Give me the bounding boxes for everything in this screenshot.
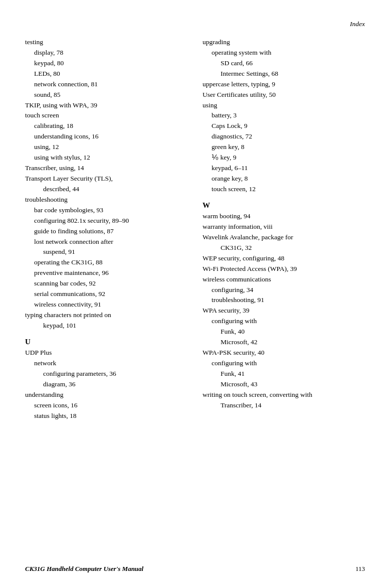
index-entry: diagram, 36 bbox=[25, 379, 187, 390]
left-column: testingdisplay, 78keypad, 80LEDs, 80netw… bbox=[25, 37, 187, 421]
index-entry: configuring 802.1x security, 89–90 bbox=[25, 216, 187, 226]
header-title: Index bbox=[350, 20, 365, 28]
index-entry: Transcriber, 14 bbox=[203, 400, 365, 411]
index-entry: using bbox=[203, 100, 365, 111]
index-entry: W bbox=[203, 200, 365, 211]
index-entry: touch screen, 12 bbox=[203, 184, 365, 195]
index-entry: status lights, 18 bbox=[25, 411, 187, 421]
index-entry: suspend, 91 bbox=[25, 247, 187, 257]
index-entry: using, 12 bbox=[25, 142, 187, 153]
index-entry: uppercase letters, typing, 9 bbox=[203, 79, 365, 90]
index-entry: CK31G, 32 bbox=[203, 243, 365, 253]
index-entry: Wavelink Avalanche, package for bbox=[203, 232, 365, 243]
page-header: Index bbox=[25, 20, 365, 28]
index-entry: troubleshooting bbox=[25, 195, 187, 205]
index-entry: guide to finding solutions, 87 bbox=[25, 226, 187, 237]
index-entry: calibrating, 18 bbox=[25, 121, 187, 131]
index-entry: WPA security, 39 bbox=[203, 306, 365, 316]
index-entry: configuring, 34 bbox=[203, 285, 365, 296]
index-entry: Funk, 41 bbox=[203, 369, 365, 379]
index-entry: described, 44 bbox=[25, 184, 187, 195]
index-entry: screen icons, 16 bbox=[25, 400, 187, 411]
page-footer: CK31G Handheld Computer User's Manual 11… bbox=[25, 565, 365, 573]
index-entry: SD card, 66 bbox=[203, 58, 365, 69]
index-entry: Transport Layer Security (TLS), bbox=[25, 174, 187, 184]
index-entry: serial communications, 92 bbox=[25, 289, 187, 300]
index-entry: WEP security, configuring, 48 bbox=[203, 253, 365, 264]
right-column: upgradingoperating system withSD card, 6… bbox=[203, 37, 365, 421]
index-entry: configuring parameters, 36 bbox=[25, 369, 187, 379]
index-entry: U bbox=[25, 336, 187, 348]
index-entry: ⅟₀ key, 9 bbox=[203, 153, 365, 163]
footer-manual-title: CK31G Handheld Computer User's Manual bbox=[25, 565, 143, 573]
index-entry: network connection, 81 bbox=[25, 79, 187, 90]
index-entry: wireless communications bbox=[203, 274, 365, 285]
index-entry: testing bbox=[25, 37, 187, 48]
index-entry: Microsoft, 42 bbox=[203, 337, 365, 348]
index-entry: Transcriber, using, 14 bbox=[25, 163, 187, 174]
index-entry: Wi-Fi Protected Access (WPA), 39 bbox=[203, 264, 365, 274]
index-entry: green key, 8 bbox=[203, 142, 365, 153]
index-entry: UDP Plus bbox=[25, 348, 187, 358]
index-entry: network bbox=[25, 358, 187, 369]
index-entry: understanding icons, 16 bbox=[25, 131, 187, 142]
index-entry: warranty information, viii bbox=[203, 222, 365, 232]
index-entry: Funk, 40 bbox=[203, 327, 365, 337]
index-entry: battery, 3 bbox=[203, 110, 365, 121]
index-entry: Intermec Settings, 68 bbox=[203, 69, 365, 79]
index-entry: sound, 85 bbox=[25, 90, 187, 100]
index-entry: using with stylus, 12 bbox=[25, 153, 187, 163]
footer-page-number: 113 bbox=[355, 565, 365, 573]
index-entry: typing characters not printed on bbox=[25, 310, 187, 321]
index-entry: Microsoft, 43 bbox=[203, 379, 365, 390]
index-entry: understanding bbox=[25, 390, 187, 400]
index-entry: orange key, 8 bbox=[203, 174, 365, 184]
index-entry: Caps Lock, 9 bbox=[203, 121, 365, 131]
index-entry: TKIP, using with WPA, 39 bbox=[25, 100, 187, 111]
page: Index testingdisplay, 78keypad, 80LEDs, … bbox=[0, 0, 390, 588]
index-entry: keypad, 6–11 bbox=[203, 163, 365, 174]
index-entry: User Certificates utility, 50 bbox=[203, 90, 365, 100]
index-entry: scanning bar codes, 92 bbox=[25, 278, 187, 289]
index-entry: configuring with bbox=[203, 316, 365, 327]
index-entry: display, 78 bbox=[25, 48, 187, 58]
index-entry: operating system with bbox=[203, 48, 365, 58]
index-entry: upgrading bbox=[203, 37, 365, 48]
index-entry: wireless connectivity, 91 bbox=[25, 300, 187, 310]
index-entry: operating the CK31G, 88 bbox=[25, 257, 187, 268]
index-columns: testingdisplay, 78keypad, 80LEDs, 80netw… bbox=[25, 37, 365, 421]
index-entry: diagnostics, 72 bbox=[203, 131, 365, 142]
index-entry: lost network connection after bbox=[25, 237, 187, 247]
index-entry: bar code symbologies, 93 bbox=[25, 205, 187, 216]
index-entry: troubleshooting, 91 bbox=[203, 295, 365, 306]
index-entry: LEDs, 80 bbox=[25, 69, 187, 79]
index-entry: writing on touch screen, converting with bbox=[203, 390, 365, 400]
index-entry: touch screen bbox=[25, 110, 187, 121]
index-entry: keypad, 101 bbox=[25, 321, 187, 331]
index-entry: configuring with bbox=[203, 358, 365, 369]
index-entry: preventive maintenance, 96 bbox=[25, 268, 187, 278]
index-entry: keypad, 80 bbox=[25, 58, 187, 69]
index-entry: warm booting, 94 bbox=[203, 211, 365, 222]
index-entry: WPA-PSK security, 40 bbox=[203, 348, 365, 358]
